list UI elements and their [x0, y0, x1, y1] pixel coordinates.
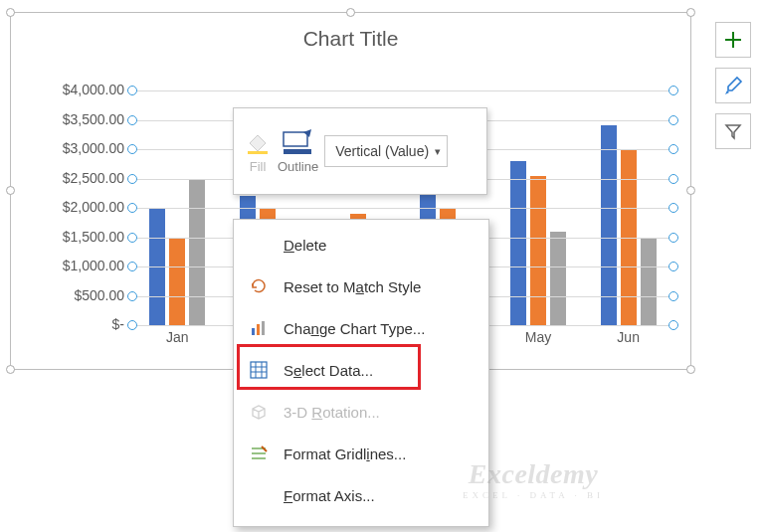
- resize-handle[interactable]: [686, 186, 695, 195]
- chart-filter-button[interactable]: [715, 113, 751, 149]
- y-axis-tick-label: $2,000.00: [43, 199, 124, 215]
- plus-icon: [723, 30, 743, 50]
- menu-label: Reset to Match Style: [284, 278, 421, 295]
- resize-handle[interactable]: [6, 186, 15, 195]
- resize-handle[interactable]: [686, 8, 695, 17]
- resize-handle[interactable]: [346, 8, 355, 17]
- select-data-icon: [248, 361, 270, 379]
- resize-handle[interactable]: [6, 8, 15, 17]
- y-axis-tick-label: $2,500.00: [43, 170, 124, 186]
- y-axis-tick-label: $3,500.00: [43, 111, 124, 127]
- bar-series3[interactable]: [189, 179, 205, 326]
- bar-series3[interactable]: [641, 238, 657, 326]
- y-axis-tick-label: $4,000.00: [43, 82, 124, 97]
- menu-3d-rotation: 3-D Rotation...: [234, 391, 488, 433]
- bar-series2[interactable]: [530, 176, 546, 325]
- cube-icon: [248, 403, 270, 421]
- axis-selection-handle[interactable]: [668, 233, 678, 243]
- menu-label: Format Gridlines...: [284, 445, 406, 462]
- svg-rect-6: [251, 362, 267, 378]
- axis-selection-handle[interactable]: [668, 203, 678, 213]
- axis-selection-handle[interactable]: [127, 86, 137, 95]
- menu-format-gridlines[interactable]: Format Gridlines...: [234, 433, 488, 474]
- menu-select-data[interactable]: Select Data...: [234, 349, 488, 391]
- x-axis-category-label: Jun: [583, 329, 673, 345]
- chart-elements-button[interactable]: [715, 22, 751, 58]
- chart-type-icon: [248, 319, 270, 337]
- menu-label: Select Data...: [284, 362, 373, 379]
- chart-title[interactable]: Chart Title: [11, 27, 690, 51]
- bar-series2[interactable]: [169, 238, 185, 326]
- axis-selector-dropdown[interactable]: Vertical (Value) ▾: [324, 135, 448, 167]
- fill-bucket-icon: [244, 129, 272, 155]
- axis-selection-handle[interactable]: [127, 115, 137, 125]
- bar-series3[interactable]: [550, 232, 566, 325]
- chart-styles-button[interactable]: [715, 68, 751, 103]
- funnel-icon: [724, 122, 742, 140]
- axis-selection-handle[interactable]: [668, 115, 678, 125]
- watermark-tag: EXCEL · DATA · BI: [463, 490, 604, 500]
- watermark-brand: Exceldemy: [469, 458, 598, 489]
- axis-selection-handle[interactable]: [127, 233, 137, 243]
- axis-selection-handle[interactable]: [668, 291, 678, 301]
- svg-rect-4: [257, 324, 260, 335]
- gridline: [132, 208, 673, 209]
- svg-rect-2: [284, 149, 311, 154]
- gridline-icon: [248, 444, 270, 462]
- x-axis-category-label: Jan: [132, 329, 223, 345]
- menu-change-chart-type[interactable]: Change Chart Type...: [234, 307, 488, 349]
- outline-button[interactable]: Outline: [278, 129, 318, 174]
- resize-handle[interactable]: [686, 365, 695, 374]
- menu-label: Format Axis...: [284, 487, 375, 504]
- y-axis-tick-label: $1,500.00: [43, 229, 124, 245]
- y-axis-tick-label: $500.00: [43, 287, 124, 303]
- axis-selection-handle[interactable]: [668, 174, 678, 184]
- menu-format-axis[interactable]: Format Axis...: [234, 474, 488, 516]
- svg-rect-0: [248, 151, 268, 154]
- outline-label: Outline: [278, 159, 318, 174]
- y-axis-tick-label: $-: [43, 316, 124, 332]
- svg-rect-3: [252, 328, 255, 335]
- gridline: [132, 90, 673, 91]
- outline-pen-icon: [282, 129, 315, 155]
- menu-label: 3-D Rotation...: [284, 404, 380, 421]
- reset-icon: [248, 277, 270, 295]
- y-axis-tick-label: $1,000.00: [43, 258, 124, 273]
- axis-selection-handle[interactable]: [127, 144, 137, 154]
- fill-button: Fill: [244, 129, 272, 174]
- chevron-down-icon: ▾: [435, 145, 441, 158]
- axis-selection-handle[interactable]: [127, 203, 137, 213]
- axis-selection-handle[interactable]: [668, 86, 678, 95]
- bar-series1[interactable]: [510, 161, 526, 325]
- menu-reset-style[interactable]: Reset to Match Style: [234, 266, 488, 307]
- menu-label: Delete: [284, 237, 326, 254]
- axis-selection-handle[interactable]: [127, 291, 137, 301]
- menu-delete[interactable]: Delete: [234, 224, 488, 266]
- y-axis-tick-label: $3,000.00: [43, 140, 124, 156]
- svg-rect-5: [262, 321, 265, 335]
- axis-selector-value: Vertical (Value): [335, 143, 429, 159]
- axis-selection-handle[interactable]: [127, 174, 137, 184]
- watermark: Exceldemy EXCEL · DATA · BI: [463, 458, 604, 500]
- axis-selection-handle[interactable]: [668, 262, 678, 271]
- axis-selection-handle[interactable]: [127, 262, 137, 271]
- svg-rect-1: [284, 132, 307, 146]
- menu-label: Change Chart Type...: [284, 320, 425, 337]
- axis-selection-handle[interactable]: [668, 144, 678, 154]
- resize-handle[interactable]: [6, 365, 15, 374]
- x-axis-category-label: May: [493, 329, 584, 345]
- mini-toolbar: Fill Outline Vertical (Value) ▾: [233, 107, 487, 195]
- fill-label: Fill: [250, 159, 267, 174]
- axis-selection-handle[interactable]: [668, 320, 678, 330]
- brush-icon: [723, 76, 743, 95]
- context-menu: Delete Reset to Match Style Change Chart…: [233, 219, 489, 527]
- axis-selection-handle[interactable]: [127, 320, 137, 330]
